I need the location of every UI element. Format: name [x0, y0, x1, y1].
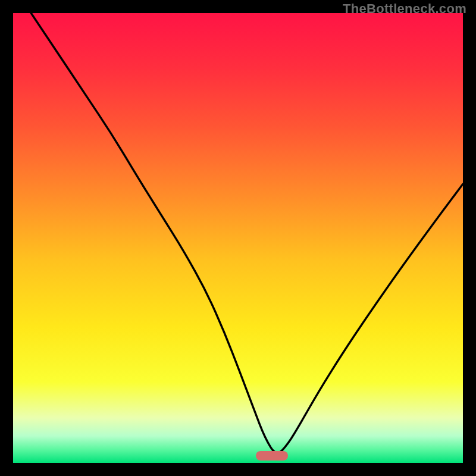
plot-area	[13, 13, 463, 463]
svg-rect-1	[256, 451, 288, 461]
optimal-marker	[256, 451, 288, 461]
chart-frame: TheBottleneck.com	[0, 0, 476, 476]
bottleneck-curve	[13, 13, 463, 463]
watermark-text: TheBottleneck.com	[343, 1, 466, 17]
